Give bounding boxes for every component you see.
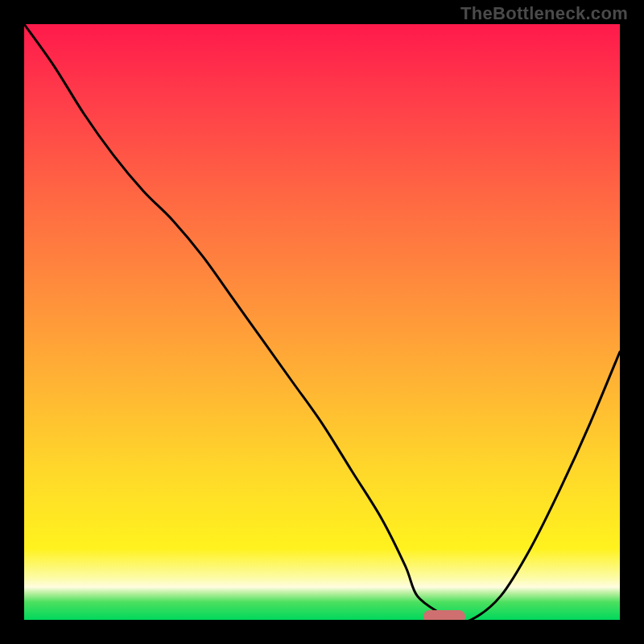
bottleneck-curve — [24, 24, 620, 620]
optimal-marker — [423, 610, 465, 620]
watermark-text: TheBottleneck.com — [460, 3, 628, 24]
chart-container: TheBottleneck.com — [0, 0, 644, 644]
plot-area — [24, 24, 620, 620]
